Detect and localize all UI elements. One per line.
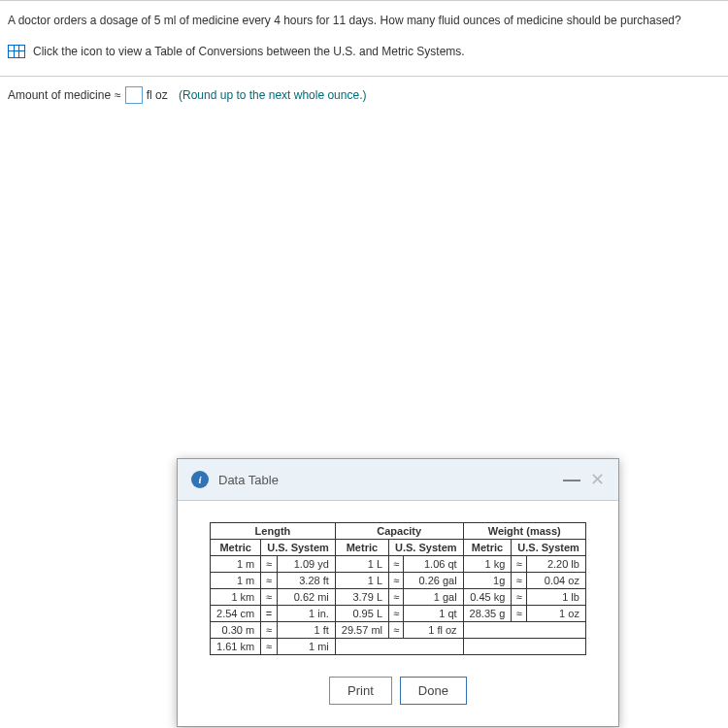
data-table-modal: i Data Table — ✕ Length Capacity Weight …: [177, 458, 619, 727]
table-row: 1 km ≈ 0.62 mi 3.79 L ≈ 1 gal 0.45 kg ≈ …: [211, 589, 586, 606]
info-icon: i: [191, 471, 209, 488]
conversion-hint-text: Click the icon to view a Table of Conver…: [33, 45, 465, 58]
close-icon[interactable]: ✕: [590, 475, 605, 484]
modal-body: Length Capacity Weight (mass) Metric U.S…: [178, 501, 618, 677]
th-metric-w: Metric: [463, 540, 512, 556]
table-row: 1 m ≈ 1.09 yd 1 L ≈ 1.06 qt 1 kg ≈ 2.20 …: [211, 556, 586, 573]
conversion-table: Length Capacity Weight (mass) Metric U.S…: [210, 522, 586, 655]
answer-unit: fl oz: [147, 88, 168, 102]
round-note: (Round up to the next whole ounce.): [179, 88, 366, 102]
modal-footer: Print Done: [178, 677, 618, 726]
question-panel: A doctor orders a dosage of 5 ml of medi…: [0, 1, 728, 77]
empty-cell: [463, 639, 585, 655]
empty-cell: [335, 639, 463, 655]
conversion-hint-row: Click the icon to view a Table of Conver…: [8, 45, 720, 58]
spacer: [172, 88, 175, 102]
table-row: 0.30 m ≈ 1 ft 29.57 ml ≈ 1 fl oz: [211, 622, 586, 639]
modal-title: Data Table: [218, 473, 279, 487]
answer-input[interactable]: [125, 86, 143, 104]
section-capacity: Capacity: [335, 523, 463, 540]
minimize-icon[interactable]: —: [563, 475, 580, 484]
section-weight: Weight (mass): [463, 523, 585, 540]
approx-symbol: ≈: [115, 88, 121, 102]
done-button[interactable]: Done: [400, 677, 467, 705]
table-icon[interactable]: [8, 45, 25, 58]
table-row: 1.61 km ≈ 1 mi: [211, 639, 586, 655]
table-row: 2.54 cm = 1 in. 0.95 L ≈ 1 qt 28.35 g ≈ …: [211, 606, 586, 622]
question-text: A doctor orders a dosage of 5 ml of medi…: [8, 13, 720, 29]
th-us-l: U.S. System: [261, 540, 336, 556]
answer-label: Amount of medicine: [8, 88, 111, 102]
section-length: Length: [211, 523, 336, 540]
modal-header: i Data Table — ✕: [178, 459, 618, 501]
table-row: 1 m ≈ 3.28 ft 1 L ≈ 0.26 gal 1g ≈ 0.04 o…: [211, 573, 586, 589]
th-us-c: U.S. System: [389, 540, 464, 556]
th-metric-c: Metric: [335, 540, 388, 556]
print-button[interactable]: Print: [329, 677, 392, 705]
empty-cell: [463, 622, 585, 639]
th-us-w: U.S. System: [512, 540, 586, 556]
th-metric-l: Metric: [211, 540, 261, 556]
answer-area: Amount of medicine ≈ fl oz (Round up to …: [0, 77, 728, 114]
